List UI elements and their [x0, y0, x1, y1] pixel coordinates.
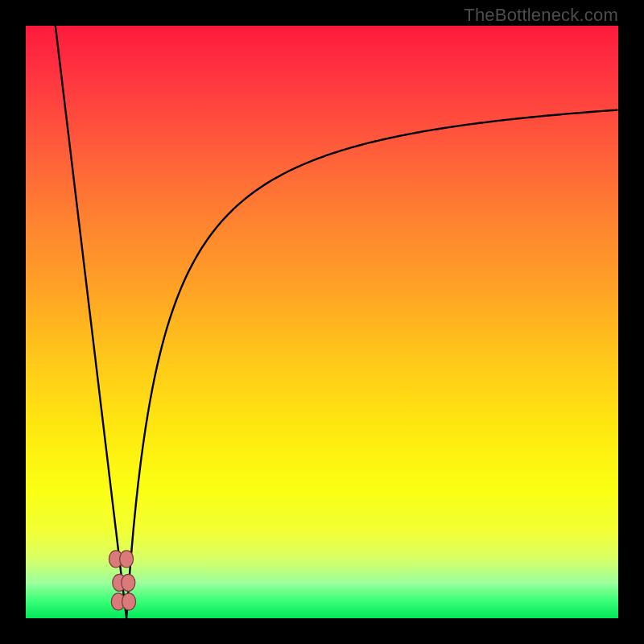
bottleneck-curve: [56, 26, 617, 618]
watermark-text: TheBottleneck.com: [464, 5, 618, 26]
data-point: [122, 574, 135, 591]
plot-area: [26, 26, 618, 618]
data-point: [120, 551, 134, 568]
data-point: [122, 593, 136, 610]
bottleneck-curve-svg: [26, 26, 618, 618]
data-points: [109, 551, 135, 610]
chart-frame: TheBottleneck.com: [0, 0, 644, 644]
